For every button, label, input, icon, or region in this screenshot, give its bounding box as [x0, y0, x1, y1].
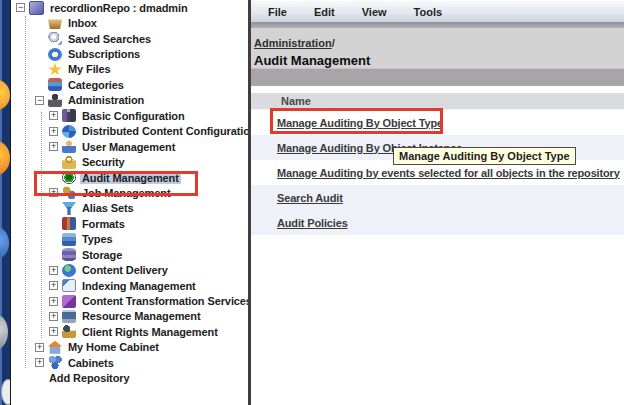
menu-tools[interactable]: Tools [414, 6, 443, 18]
tree-label-subscriptions[interactable]: Subscriptions [66, 48, 142, 60]
tree-label-content-delivery[interactable]: Content Delivery [80, 264, 170, 276]
content-panel: FileEditViewTools Administration/ Audit … [251, 0, 624, 405]
tree-item-add-repository: Add Repository [11, 371, 248, 386]
home-icon [48, 341, 62, 354]
tree-label-resource-management[interactable]: Resource Management [80, 310, 203, 322]
indexing-icon [62, 279, 76, 292]
tree-item-security: Security [11, 154, 248, 169]
transform-icon [62, 295, 76, 308]
link-audit-policies[interactable]: Audit Policies [277, 217, 348, 229]
cube-icon [29, 1, 44, 15]
expand-icon[interactable]: + [49, 312, 58, 321]
expand-icon[interactable]: + [49, 111, 58, 120]
menu-bar: FileEditViewTools [251, 0, 624, 22]
tree-label-my-home-cabinet[interactable]: My Home Cabinet [66, 341, 161, 353]
tree-label-saved-searches[interactable]: Saved Searches [66, 33, 153, 45]
annotation-box-audit-management [34, 171, 198, 196]
refresh-icon [48, 48, 62, 61]
tree-label-storage[interactable]: Storage [80, 249, 124, 261]
tree-item-alias-sets: Alias Sets [11, 201, 248, 216]
desktop-icon-fragment [0, 227, 9, 259]
expand-icon[interactable]: + [35, 343, 44, 352]
tree-label-security[interactable]: Security [80, 156, 127, 168]
expand-icon[interactable]: + [49, 266, 58, 275]
menu-view[interactable]: View [362, 6, 387, 18]
page-title: Audit Management [254, 53, 624, 68]
admin-icon [48, 94, 62, 107]
tree-item-administration: −Administration [11, 93, 248, 108]
storage-icon [62, 248, 76, 261]
tree-label-basic-configuration[interactable]: Basic Configuration [80, 110, 187, 122]
expand-icon[interactable]: + [35, 358, 44, 367]
categories-icon [48, 78, 62, 91]
spacer [251, 86, 624, 93]
desktop-icon-fragment [0, 80, 10, 110]
tree-label-formats[interactable]: Formats [80, 218, 127, 230]
breadcrumb-separator: / [332, 37, 335, 49]
link-manage-auditing-by-events-selected-for-all-objects-in-the-repository[interactable]: Manage Auditing by events selected for a… [277, 167, 620, 179]
tree-item-categories: Categories [11, 77, 248, 92]
tree-label-cabinets[interactable]: Cabinets [66, 357, 116, 369]
expand-icon[interactable]: + [49, 281, 58, 290]
search-icon [48, 32, 62, 45]
list-row-audit-policies: Audit Policies [251, 210, 624, 235]
tree-item-inbox: Inbox [11, 15, 248, 30]
menu-edit[interactable]: Edit [314, 6, 335, 18]
expand-icon[interactable]: + [49, 142, 58, 151]
distributed-icon [62, 125, 76, 138]
link-search-audit[interactable]: Search Audit [277, 192, 343, 204]
menu-file[interactable]: File [268, 6, 287, 18]
tree-item-my-files: My Files [11, 62, 248, 77]
tree-label-add-repository[interactable]: Add Repository [48, 372, 132, 384]
toolbar-strip [251, 68, 624, 86]
tree-item-recordlionrepo-dmadmin: −recordlionRepo : dmadmin [11, 0, 248, 15]
alias-icon [62, 202, 76, 215]
tree-label-types[interactable]: Types [80, 233, 114, 245]
desktop-icon-fragment [0, 141, 10, 175]
breadcrumb: Administration/ Audit Management [251, 28, 624, 68]
expand-icon[interactable]: + [49, 297, 58, 306]
collapse-icon[interactable]: − [35, 96, 44, 105]
formats-icon [62, 217, 76, 230]
tree-label-client-rights-management[interactable]: Client Rights Management [80, 326, 220, 338]
tree-item-indexing-management: +Indexing Management [11, 278, 248, 293]
tree-label-my-files[interactable]: My Files [66, 63, 113, 75]
tree-label-administration[interactable]: Administration [66, 94, 146, 106]
tree-label-categories[interactable]: Categories [66, 79, 126, 91]
tree-item-distributed-content-configuration: +Distributed Content Configuration [11, 124, 248, 139]
tree-label-user-management[interactable]: User Management [80, 141, 177, 153]
inbox-icon [48, 17, 62, 30]
desktop-icon-fragment [1, 379, 11, 405]
cabinets-icon [48, 356, 62, 369]
tree-label-alias-sets[interactable]: Alias Sets [80, 202, 136, 214]
collapse-icon[interactable]: − [16, 3, 25, 12]
tree-label-indexing-management[interactable]: Indexing Management [80, 280, 198, 292]
tree-label-content-transformation-services[interactable]: Content Transformation Services [80, 295, 248, 307]
globe-icon [62, 264, 76, 277]
tree-item-content-delivery: +Content Delivery [11, 262, 248, 277]
breadcrumb-link-administration[interactable]: Administration [254, 37, 332, 49]
rights-icon [62, 325, 76, 338]
types-icon [62, 233, 76, 246]
repository-tree: −recordlionRepo : dmadminInboxSaved Sear… [11, 0, 248, 405]
tree-item-client-rights-management: +Client Rights Management [11, 324, 248, 339]
desktop-icon-fragment [0, 315, 8, 349]
tree-item-cabinets: +Cabinets [11, 355, 248, 370]
monitor-icon [62, 310, 76, 323]
list-row-search-audit: Search Audit [251, 185, 624, 210]
tree-item-storage: Storage [11, 247, 248, 262]
desktop-edge-strip [0, 0, 11, 405]
tree-label-inbox[interactable]: Inbox [66, 17, 99, 29]
tree-item-resource-management: +Resource Management [11, 309, 248, 324]
tree-item-types: Types [11, 232, 248, 247]
tree-label-recordlionrepo-dmadmin[interactable]: recordlionRepo : dmadmin [48, 2, 190, 14]
tree-item-formats: Formats [11, 216, 248, 231]
tree-label-distributed-content-configuration[interactable]: Distributed Content Configuration [80, 125, 248, 137]
tree-item-saved-searches: Saved Searches [11, 31, 248, 46]
app-window: −recordlionRepo : dmadminInboxSaved Sear… [0, 0, 624, 405]
expand-icon[interactable]: + [49, 127, 58, 136]
tree-item-my-home-cabinet: +My Home Cabinet [11, 340, 248, 355]
user-icon [62, 140, 76, 153]
expand-icon[interactable]: + [49, 327, 58, 336]
tree-item-basic-configuration: +Basic Configuration [11, 108, 248, 123]
